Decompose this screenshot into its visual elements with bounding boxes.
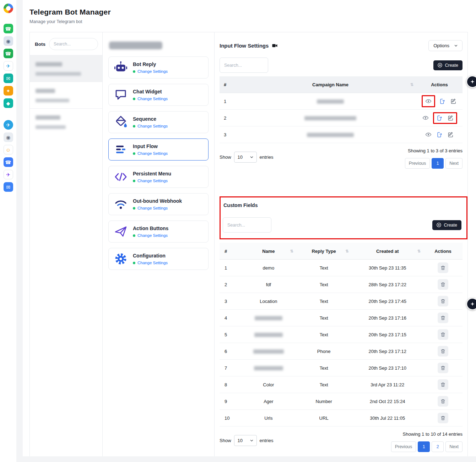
custom-fields-page-2-button[interactable]: 2 bbox=[432, 441, 444, 452]
rail-icon-chat-bot[interactable]: ✉ bbox=[4, 74, 13, 83]
custom-fields-create-button[interactable]: Create bbox=[432, 220, 461, 230]
feature-card-input-flow[interactable]: Input FlowChange Settings bbox=[108, 138, 209, 161]
per-page-select[interactable]: 10 bbox=[234, 435, 257, 446]
export-button[interactable] bbox=[436, 131, 443, 138]
input-flow-previous-button[interactable]: Previous bbox=[405, 158, 430, 169]
change-settings-link[interactable]: Change Settings bbox=[133, 69, 168, 74]
rail-icon-bot[interactable]: ◉ bbox=[4, 36, 13, 46]
delete-button[interactable] bbox=[438, 262, 448, 273]
rail-icon-logo[interactable] bbox=[4, 4, 13, 13]
delete-button[interactable] bbox=[438, 279, 448, 290]
sort-icon[interactable]: ⇅ bbox=[410, 82, 413, 87]
edit-button[interactable] bbox=[450, 98, 457, 105]
export-button[interactable] bbox=[439, 98, 446, 105]
rail-icon-viber[interactable]: ☎ bbox=[4, 157, 13, 167]
custom-fields-search-input[interactable] bbox=[223, 217, 271, 233]
bots-search-input[interactable] bbox=[49, 38, 98, 50]
change-settings-link[interactable]: Change Settings bbox=[133, 206, 182, 210]
change-settings-link[interactable]: Change Settings bbox=[133, 233, 168, 238]
created-at-cell: 20th Sep 23 17:10 bbox=[352, 365, 423, 371]
change-settings-link[interactable]: Change Settings bbox=[133, 151, 168, 156]
delete-button[interactable] bbox=[438, 413, 448, 423]
view-button[interactable] bbox=[424, 131, 432, 138]
rail-icon-telegram-color[interactable]: ✈ bbox=[4, 61, 13, 71]
create-button-label: Create bbox=[445, 63, 458, 68]
assistant-floating-button[interactable] bbox=[466, 298, 476, 310]
rail-icon-whatsapp-business[interactable]: ☎ bbox=[4, 49, 13, 58]
video-camera-icon bbox=[272, 43, 278, 49]
input-flow-next-button[interactable]: Next bbox=[445, 158, 463, 169]
feature-card-webhook[interactable]: Out-bound WebhookChange Settings bbox=[108, 193, 209, 215]
bot-list-item[interactable] bbox=[30, 108, 102, 135]
sort-icon[interactable]: ⇅ bbox=[417, 249, 421, 254]
field-name-cell bbox=[241, 365, 296, 371]
custom-fields-pagination: Previous12Next bbox=[391, 441, 463, 452]
delete-button[interactable] bbox=[438, 396, 448, 407]
column-header-number: # bbox=[220, 82, 244, 87]
column-header-reply-type: Reply Type ⇅ bbox=[296, 249, 352, 254]
edit-button[interactable] bbox=[447, 114, 454, 122]
edit-button[interactable] bbox=[447, 131, 454, 138]
created-at-cell: 20th Sep 23 17:12 bbox=[352, 349, 423, 354]
delete-button[interactable] bbox=[438, 346, 448, 357]
assistant-floating-button[interactable] bbox=[466, 76, 476, 88]
campaign-row: 2 bbox=[220, 110, 463, 126]
rail-icon-telegram[interactable]: ✈ bbox=[4, 120, 13, 130]
trash-icon bbox=[440, 398, 446, 404]
change-settings-link[interactable]: Change Settings bbox=[133, 179, 171, 183]
feature-card-configuration[interactable]: ConfigurationChange Settings bbox=[108, 248, 209, 270]
row-number: 4 bbox=[220, 315, 241, 321]
row-actions bbox=[423, 296, 463, 306]
options-button[interactable]: Options bbox=[428, 40, 463, 51]
input-flow-search-input[interactable] bbox=[220, 58, 268, 73]
input-flow-table-body: 123 bbox=[220, 93, 463, 143]
delete-button[interactable] bbox=[438, 312, 448, 323]
custom-fields-previous-button[interactable]: Previous bbox=[391, 441, 416, 452]
delete-button[interactable] bbox=[438, 379, 448, 390]
view-button[interactable] bbox=[424, 97, 432, 105]
bot-list-item[interactable] bbox=[30, 82, 102, 108]
input-flow-page-1-button[interactable]: 1 bbox=[432, 158, 444, 169]
rail-icon-contacts[interactable]: ☺ bbox=[4, 145, 13, 154]
rail-icon-integrations[interactable]: ✦ bbox=[4, 86, 13, 96]
row-number: 9 bbox=[220, 399, 241, 404]
chat-blue-icon: ✉ bbox=[6, 185, 10, 190]
delete-button[interactable] bbox=[438, 363, 448, 373]
feature-card-persistent-menu[interactable]: Persistent MenuChange Settings bbox=[108, 166, 209, 188]
per-page-select[interactable]: 10 bbox=[234, 152, 257, 163]
feature-card-sequence[interactable]: SequenceChange Settings bbox=[108, 111, 209, 133]
row-number: 3 bbox=[220, 132, 244, 137]
delete-button[interactable] bbox=[438, 296, 448, 306]
persistent-menu-icon bbox=[114, 170, 128, 184]
change-settings-link[interactable]: Change Settings bbox=[133, 97, 168, 101]
change-settings-label: Change Settings bbox=[137, 69, 168, 74]
view-button[interactable] bbox=[422, 114, 429, 122]
feature-card-chat-widget[interactable]: Chat WidgetChange Settings bbox=[108, 84, 209, 106]
feature-card-bot-reply[interactable]: Bot ReplyChange Settings bbox=[108, 56, 209, 78]
custom-field-row: 1demoText30th Sep 23 11:35 bbox=[220, 260, 463, 276]
bot-list-item[interactable] bbox=[30, 55, 102, 82]
rail-icon-chat-blue[interactable]: ✉ bbox=[4, 182, 13, 192]
rail-icon-bot-gray[interactable]: ◉ bbox=[4, 132, 13, 142]
rail-icon-shop[interactable]: ◆ bbox=[4, 98, 13, 108]
campaign-name-cell bbox=[244, 115, 416, 121]
input-flow-create-button[interactable]: Create bbox=[433, 60, 463, 70]
delete-button[interactable] bbox=[438, 329, 448, 340]
custom-fields-next-button[interactable]: Next bbox=[445, 441, 463, 452]
feature-title: Configuration bbox=[133, 253, 168, 259]
status-dot bbox=[133, 180, 135, 182]
sort-icon[interactable]: ⇅ bbox=[290, 249, 293, 254]
features-list: Bot ReplyChange SettingsChat WidgetChang… bbox=[103, 51, 214, 275]
rail-icon-whatsapp[interactable]: ☎ bbox=[4, 24, 13, 33]
feature-card-action-buttons[interactable]: Action ButtonsChange Settings bbox=[108, 221, 209, 243]
export-button[interactable] bbox=[436, 114, 443, 122]
custom-fields-page-1-button[interactable]: 1 bbox=[418, 441, 430, 452]
row-number: 10 bbox=[220, 415, 241, 421]
sort-icon[interactable]: ⇅ bbox=[345, 249, 348, 254]
rail-icon-telegram-alt[interactable]: ✈ bbox=[4, 170, 13, 179]
change-settings-link[interactable]: Change Settings bbox=[133, 124, 168, 128]
custom-fields-table-header: # Name ⇅ Reply Type ⇅ Created at ⇅ bbox=[220, 243, 463, 260]
entries-label: entries bbox=[260, 438, 274, 443]
feature-title: Persistent Menu bbox=[133, 171, 171, 176]
change-settings-link[interactable]: Change Settings bbox=[133, 261, 168, 265]
